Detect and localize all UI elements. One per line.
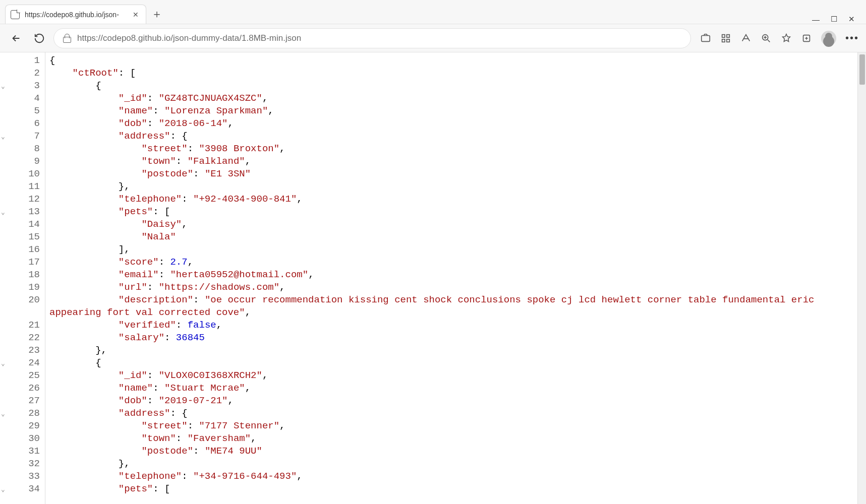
read-aloud-icon[interactable]	[740, 33, 752, 44]
code-line: ],	[49, 243, 857, 256]
lock-icon	[62, 34, 71, 43]
vertical-scrollbar[interactable]	[857, 52, 866, 504]
code-line: "pets": [	[49, 483, 857, 495]
address-bar[interactable]: https://codepo8.github.io/json-dummy-dat…	[53, 28, 691, 48]
code-line: "town": "Falkland",	[49, 155, 857, 168]
fold-toggle[interactable]: ⌄	[0, 407, 6, 420]
fold-toggle[interactable]: ⌄	[0, 206, 6, 218]
url-text: https://codepo8.github.io/json-dummy-dat…	[77, 33, 682, 43]
code-line: "telephone": "+92-4034-900-841",	[49, 193, 857, 206]
svg-rect-0	[702, 35, 710, 41]
code-line: },	[49, 344, 857, 357]
toolbar-actions: •••	[696, 31, 859, 46]
scrollbar-thumb[interactable]	[859, 54, 865, 85]
screenshot-icon[interactable]	[700, 33, 711, 44]
zoom-icon[interactable]	[761, 33, 772, 44]
favorites-icon[interactable]	[781, 33, 792, 44]
code-line: "address": {	[49, 130, 857, 143]
browser-tab[interactable]: https://codepo8.github.io/json- ✕	[5, 5, 146, 24]
code-line: "telephone": "+34-9716-644-493",	[49, 470, 857, 483]
code-line: "name": "Lorenza Sparkman",	[49, 105, 857, 117]
code-line: "_id": "VLOX0C0I368XRCH2",	[49, 369, 857, 382]
code-line: "postode": "ME74 9UU"	[49, 445, 857, 458]
more-menu-button[interactable]: •••	[845, 32, 859, 44]
code-line: "description": "oe occur recommendation …	[49, 294, 857, 319]
code-line: "street": "7177 Stenner",	[49, 420, 857, 432]
code-line: "town": "Faversham",	[49, 432, 857, 445]
fold-column: ⌄⌄⌄⌄⌄⌄	[0, 52, 6, 495]
code-line: "email": "herta05952@hotmail.com",	[49, 269, 857, 281]
new-tab-button[interactable]: ＋	[148, 6, 165, 23]
refresh-button[interactable]	[30, 29, 48, 47]
line-number-gutter: 1234567891011121314151617181920 21222324…	[0, 52, 45, 504]
fold-toggle[interactable]: ⌄	[0, 483, 6, 495]
code-line: "salary": 36845	[49, 332, 857, 344]
apps-icon[interactable]	[720, 33, 731, 44]
page-icon	[11, 10, 20, 19]
code-line: "name": "Stuart Mcrae",	[49, 382, 857, 395]
tab-title: https://codepo8.github.io/json-	[25, 11, 119, 19]
code-line: "verified": false,	[49, 319, 857, 332]
code-line: "Daisy",	[49, 218, 857, 231]
json-viewer: ⌄⌄⌄⌄⌄⌄ 1234567891011121314151617181920 2…	[0, 52, 866, 504]
toolbar: https://codepo8.github.io/json-dummy-dat…	[0, 24, 866, 52]
code-line: },	[49, 180, 857, 193]
code-line: "dob": "2018-06-14",	[49, 117, 857, 130]
code-line: "url": "https://shadows.com",	[49, 281, 857, 294]
maximize-button[interactable]: ☐	[831, 15, 837, 24]
close-window-button[interactable]: ✕	[848, 15, 855, 24]
code-line: "ctRoot": [	[49, 67, 857, 80]
collections-icon[interactable]	[801, 33, 812, 44]
code-line: "dob": "2019-07-21",	[49, 395, 857, 407]
code-line: "street": "3908 Broxton",	[49, 143, 857, 155]
svg-rect-1	[722, 34, 725, 37]
fold-toggle[interactable]: ⌄	[0, 357, 6, 369]
svg-rect-2	[727, 34, 730, 37]
code-line: {	[49, 357, 857, 369]
code-line: "_id": "GZ48TCJNUAGX4SZC",	[49, 92, 857, 105]
close-tab-button[interactable]: ✕	[131, 9, 141, 21]
code-line: {	[49, 80, 857, 92]
code-content[interactable]: { "ctRoot": [ { "_id": "GZ48TCJNUAGX4SZC…	[45, 52, 857, 504]
code-line: "pets": [	[49, 206, 857, 218]
code-line: "score": 2.7,	[49, 256, 857, 269]
code-line: "Nala"	[49, 231, 857, 243]
svg-rect-3	[722, 39, 725, 42]
fold-toggle[interactable]: ⌄	[0, 80, 6, 92]
code-line: "postode": "E1 3SN"	[49, 168, 857, 180]
profile-avatar[interactable]	[821, 31, 836, 46]
code-line: {	[49, 54, 857, 67]
code-line: },	[49, 458, 857, 470]
svg-rect-4	[727, 39, 730, 42]
fold-toggle[interactable]: ⌄	[0, 130, 6, 143]
code-line: "address": {	[49, 407, 857, 420]
tab-strip: https://codepo8.github.io/json- ✕ ＋ — ☐ …	[0, 0, 866, 24]
window-controls: — ☐ ✕	[812, 15, 866, 24]
minimize-button[interactable]: —	[812, 15, 820, 24]
back-button[interactable]	[7, 29, 25, 47]
